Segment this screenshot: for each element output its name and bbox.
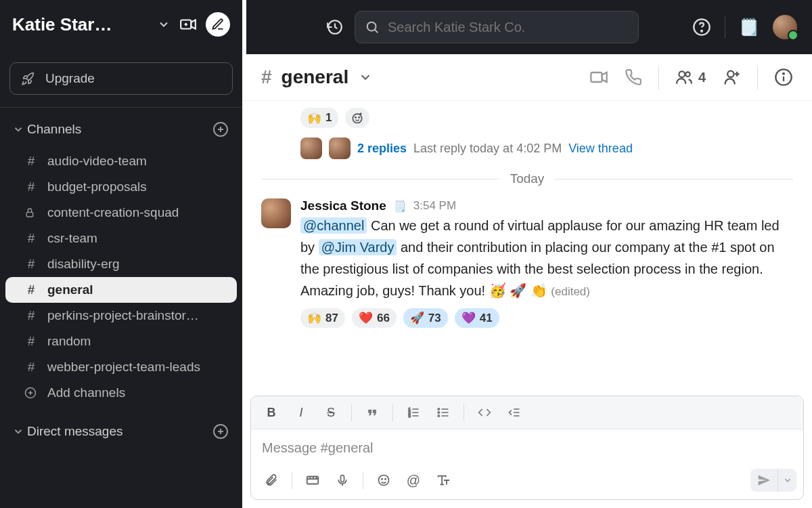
chevron-down-icon[interactable]	[358, 70, 373, 85]
workspace-switcher[interactable]: Katie Star…	[0, 0, 242, 49]
notepad-icon[interactable]: 🗒️	[739, 18, 759, 37]
plus-circle-icon	[24, 387, 38, 399]
add-people-icon[interactable]	[722, 68, 741, 87]
info-icon[interactable]	[774, 68, 793, 87]
svg-point-56	[382, 479, 382, 480]
sidebar-channel[interactable]: #csr-team	[5, 226, 237, 251]
thread-summary[interactable]: 2 replies Last reply today at 4:02 PM Vi…	[300, 137, 793, 159]
sidebar-channel[interactable]: content-creation-squad	[5, 200, 237, 226]
sidebar: Katie Star… Upgrade Channels #audio-vide…	[0, 0, 242, 508]
italic-button[interactable]: I	[288, 399, 315, 426]
upgrade-label: Upgrade	[45, 71, 95, 86]
reply-avatar	[329, 137, 351, 159]
reaction-chip[interactable]: 🙌1	[300, 108, 338, 128]
divider	[363, 471, 363, 489]
code-button[interactable]	[471, 399, 498, 426]
divider	[757, 65, 758, 89]
reaction-chip[interactable]: 💜41	[455, 308, 499, 328]
divider	[0, 107, 242, 108]
history-icon[interactable]	[326, 18, 344, 36]
dms-section-header[interactable]: Direct messages	[0, 417, 242, 446]
composer-input[interactable]: Message #general	[251, 429, 803, 463]
view-thread-link[interactable]: View thread	[568, 142, 633, 156]
svg-rect-53	[341, 475, 344, 482]
send-button[interactable]	[750, 469, 777, 492]
chevron-down-icon	[12, 425, 27, 438]
svg-point-57	[385, 479, 386, 480]
search-field[interactable]	[355, 11, 639, 43]
divider	[292, 471, 292, 489]
message-text: @channel Can we get a round of virtual a…	[300, 215, 793, 301]
mention-button[interactable]: @	[400, 467, 427, 494]
channels-section-header[interactable]: Channels	[0, 114, 242, 144]
divider	[392, 404, 393, 421]
svg-rect-18	[591, 72, 602, 82]
channel-actions: 4	[589, 65, 793, 89]
attach-button[interactable]	[258, 467, 285, 494]
reaction-chip[interactable]: 🙌87	[300, 308, 345, 328]
add-channel-icon[interactable]	[211, 120, 230, 139]
svg-marker-19	[602, 72, 607, 82]
svg-point-28	[353, 114, 362, 123]
svg-point-30	[359, 117, 359, 118]
svg-point-44	[438, 415, 440, 417]
compose-button[interactable]	[206, 12, 230, 37]
video-icon[interactable]	[589, 68, 608, 87]
channels-label: Channels	[27, 122, 211, 137]
sidebar-channel[interactable]: #webber-project-team-leads	[5, 354, 237, 380]
hash-icon: #	[24, 179, 38, 194]
hash-icon: #	[24, 257, 38, 272]
svg-point-14	[367, 22, 376, 31]
ordered-list-button[interactable]: 123	[400, 399, 427, 426]
svg-marker-1	[191, 20, 196, 29]
reaction-chip[interactable]: 🚀73	[403, 308, 448, 328]
mention-user[interactable]: @Jim Vardy	[319, 239, 397, 255]
bold-button[interactable]: B	[258, 399, 285, 426]
sidebar-channel[interactable]: #disability-erg	[5, 251, 237, 277]
user-avatar[interactable]	[773, 15, 797, 39]
mention-channel[interactable]: @channel	[300, 217, 367, 234]
hash-icon: #	[24, 308, 38, 323]
message-avatar[interactable]	[261, 198, 291, 228]
channel-title[interactable]: general	[281, 66, 349, 88]
search-input[interactable]	[388, 20, 629, 35]
main-pane: 🗒️ # general 4 🙌1	[242, 0, 812, 508]
codeblock-button[interactable]	[501, 399, 528, 426]
sidebar-channel[interactable]: #perkins-project-brainstor…	[5, 303, 237, 329]
hash-icon: #	[24, 282, 38, 297]
sidebar-channel[interactable]: #random	[5, 329, 237, 354]
video-plus-icon[interactable]	[177, 14, 199, 35]
message-author[interactable]: Jessica Stone	[300, 198, 386, 213]
sidebar-channel[interactable]: #audio-video-team	[5, 148, 237, 174]
phone-icon[interactable]	[625, 68, 642, 86]
divider	[464, 404, 464, 421]
search-icon	[365, 20, 380, 35]
svg-text:3: 3	[409, 414, 411, 418]
svg-point-22	[727, 71, 734, 77]
replies-count: 2 replies	[357, 142, 407, 156]
bullet-list-button[interactable]	[430, 399, 457, 426]
formatting-toggle-button[interactable]	[430, 467, 457, 494]
hash-icon: #	[24, 231, 38, 246]
add-dm-icon[interactable]	[211, 422, 230, 441]
svg-point-17	[701, 30, 702, 32]
svg-point-27	[783, 73, 784, 75]
strike-button[interactable]: S	[317, 399, 344, 426]
video-clip-button[interactable]	[299, 467, 326, 494]
quote-button[interactable]	[359, 399, 386, 426]
upgrade-button[interactable]: Upgrade	[9, 62, 233, 95]
member-count[interactable]: 4	[675, 68, 706, 86]
sidebar-channel[interactable]: #budget-proposals	[5, 174, 237, 200]
audio-clip-button[interactable]	[329, 467, 356, 494]
reaction-chip[interactable]: ❤️66	[352, 308, 397, 328]
sidebar-channel-active[interactable]: #general	[5, 277, 237, 303]
add-reaction-button[interactable]	[345, 108, 369, 128]
emoji-button[interactable]	[370, 467, 397, 494]
send-options-button[interactable]	[777, 469, 796, 492]
svg-point-21	[685, 72, 690, 77]
help-icon[interactable]	[692, 18, 711, 37]
divider	[658, 65, 659, 89]
add-channels-button[interactable]: Add channels	[5, 380, 237, 406]
svg-rect-7	[26, 212, 32, 217]
chevron-down-icon	[12, 123, 27, 135]
